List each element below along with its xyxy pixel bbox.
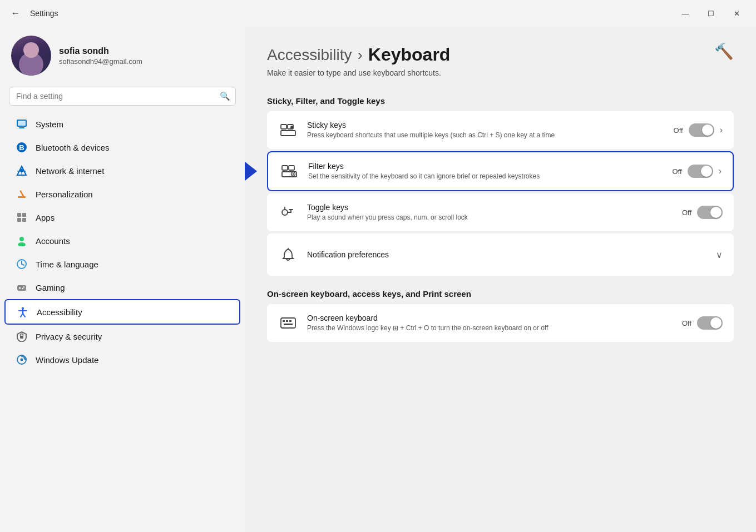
section-sticky-filter-toggle: Sticky, Filter, and Toggle keys Sticky k… <box>267 96 734 276</box>
update-icon <box>16 354 28 366</box>
filter-keys-status: Off <box>673 167 682 176</box>
filter-keys-title: Filter keys <box>308 162 664 171</box>
svg-line-19 <box>22 264 24 265</box>
svg-point-16 <box>18 242 26 246</box>
sidebar-item-time[interactable]: Time & language <box>4 252 240 276</box>
svg-point-31 <box>21 334 23 337</box>
sticky-keys-chevron: › <box>720 125 723 135</box>
svg-point-42 <box>293 173 294 175</box>
sidebar-item-personalization[interactable]: Personalization <box>4 182 240 206</box>
toggle-keys-icon <box>278 202 298 222</box>
maximize-button[interactable]: ☐ <box>698 4 724 22</box>
network-icon <box>16 165 28 177</box>
window-controls: — ☐ ✕ <box>673 4 749 22</box>
sidebar-item-network[interactable]: Network & internet <box>4 159 240 182</box>
sidebar-item-apps[interactable]: Apps <box>4 206 240 229</box>
close-button[interactable]: ✕ <box>724 4 749 22</box>
svg-rect-36 <box>281 131 295 136</box>
sticky-keys-icon <box>278 120 298 140</box>
page-description: Make it easier to type and use keyboard … <box>267 68 450 77</box>
section-onscreen-keyboard: On-screen keyboard, access keys, and Pri… <box>267 289 734 342</box>
toggle-keys-text: Toggle keys Play a sound when you press … <box>307 203 673 222</box>
back-icon: ← <box>11 8 20 18</box>
svg-rect-38 <box>282 166 288 170</box>
notification-prefs-row[interactable]: Notification preferences ∨ <box>267 233 734 276</box>
svg-point-33 <box>21 359 23 361</box>
svg-rect-13 <box>17 218 21 222</box>
sticky-keys-toggle[interactable] <box>689 123 714 137</box>
onscreen-keyboard-row[interactable]: On-screen keyboard Press the Windows log… <box>267 304 734 342</box>
filter-keys-text: Filter keys Set the sensitivity of the k… <box>308 162 664 181</box>
sidebar-label-update: Windows Update <box>36 355 98 365</box>
privacy-icon <box>16 330 28 342</box>
hammer-icon: 🔨 <box>714 42 734 61</box>
breadcrumb-current: Keyboard <box>368 44 451 65</box>
filter-keys-toggle[interactable] <box>688 165 713 178</box>
accessibility-icon <box>17 306 29 318</box>
minimize-button[interactable]: — <box>673 4 698 22</box>
sticky-keys-desc: Press keyboard shortcuts that use multip… <box>307 131 665 140</box>
svg-rect-9 <box>18 196 26 198</box>
onscreen-keyboard-desc: Press the Windows logo key ⊞ + Ctrl + O … <box>307 324 673 333</box>
profile-section: sofia sondh sofiasondh94@gmail.com <box>0 27 245 87</box>
notification-chevron-icon: ∨ <box>716 250 723 260</box>
avatar <box>11 36 51 76</box>
svg-rect-50 <box>283 320 285 322</box>
sidebar-label-apps: Apps <box>36 213 55 222</box>
svg-rect-20 <box>17 285 26 291</box>
accounts-icon <box>16 235 28 247</box>
svg-point-43 <box>282 210 288 215</box>
svg-rect-53 <box>284 324 293 325</box>
svg-rect-51 <box>286 320 288 322</box>
sidebar-label-bluetooth: Bluetooth & devices <box>36 143 110 152</box>
onscreen-keyboard-control: Off <box>682 316 723 330</box>
bluetooth-icon: B <box>16 141 28 153</box>
filter-keys-wrapper: Filter keys Set the sensitivity of the k… <box>267 151 734 191</box>
sidebar-item-gaming[interactable]: Gaming <box>4 276 240 299</box>
filter-keys-icon <box>279 161 299 181</box>
sidebar-label-system: System <box>36 120 63 129</box>
breadcrumb: Accessibility › Keyboard <box>267 44 450 65</box>
svg-text:B: B <box>19 143 24 152</box>
filter-keys-row[interactable]: Filter keys Set the sensitivity of the k… <box>268 152 733 190</box>
sidebar-item-accessibility[interactable]: Accessibility <box>4 299 240 325</box>
sticky-keys-row[interactable]: Sticky keys Press keyboard shortcuts tha… <box>267 111 734 149</box>
profile-info: sofia sondh sofiasondh94@gmail.com <box>59 46 142 66</box>
arrow-shape <box>245 161 257 182</box>
arrow-annotation <box>245 161 257 182</box>
toggle-keys-desc: Play a sound when you press caps, num, o… <box>307 213 673 222</box>
svg-rect-11 <box>17 213 21 217</box>
toggle-keys-toggle[interactable] <box>697 206 723 219</box>
search-box: 🔍 <box>9 87 236 106</box>
back-button[interactable]: ← <box>7 6 24 21</box>
onscreen-keyboard-text: On-screen keyboard Press the Windows log… <box>307 314 673 333</box>
svg-rect-14 <box>22 218 26 222</box>
sidebar-item-bluetooth[interactable]: B Bluetooth & devices <box>4 136 240 159</box>
onscreen-keyboard-toggle[interactable] <box>697 316 723 330</box>
search-icon: 🔍 <box>220 91 230 101</box>
onscreen-keyboard-title: On-screen keyboard <box>307 314 673 322</box>
search-input[interactable] <box>9 87 236 106</box>
svg-point-24 <box>22 288 23 289</box>
sidebar-label-personalization: Personalization <box>36 190 93 199</box>
app-title: Settings <box>30 9 58 18</box>
onscreen-keyboard-icon <box>278 313 298 333</box>
personalization-icon <box>16 188 28 200</box>
sidebar-item-update[interactable]: Windows Update <box>4 348 240 371</box>
svg-point-23 <box>23 286 24 287</box>
sidebar-item-privacy[interactable]: Privacy & security <box>4 325 240 348</box>
sidebar-item-system[interactable]: System <box>4 112 240 136</box>
filter-keys-desc: Set the sensitivity of the keyboard so i… <box>308 172 664 181</box>
onscreen-keyboard-card: On-screen keyboard Press the Windows log… <box>267 304 734 342</box>
sidebar-item-accounts[interactable]: Accounts <box>4 229 240 252</box>
filter-keys-control: Off › <box>673 165 722 178</box>
notification-prefs-title: Notification preferences <box>307 250 707 259</box>
svg-rect-34 <box>281 125 286 129</box>
svg-point-15 <box>19 237 24 241</box>
svg-rect-22 <box>19 288 21 289</box>
sidebar-label-accounts: Accounts <box>36 236 70 246</box>
toggle-keys-row[interactable]: Toggle keys Play a sound when you press … <box>267 193 734 231</box>
svg-line-29 <box>23 314 25 317</box>
toggle-keys-status: Off <box>682 208 691 217</box>
profile-name: sofia sondh <box>59 46 142 56</box>
